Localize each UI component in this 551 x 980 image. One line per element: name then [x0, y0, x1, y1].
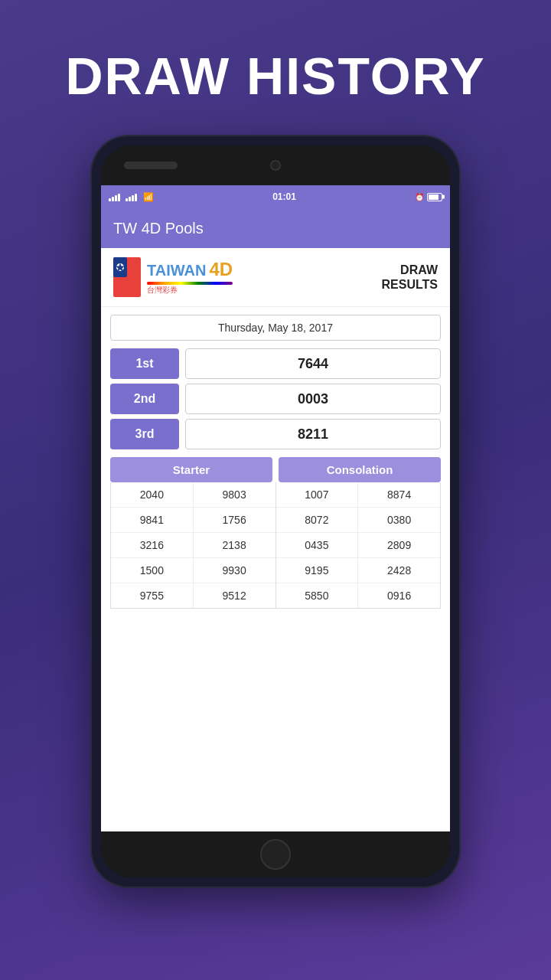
draw-results-label: DRAW RESULTS	[382, 263, 438, 292]
status-right: ⏰	[415, 193, 442, 201]
starter-cell: 9512	[194, 583, 276, 608]
speaker	[124, 162, 178, 169]
consolation-cell: 0435	[276, 533, 359, 557]
starter-cell: 3216	[111, 533, 194, 557]
signal-icon	[109, 192, 120, 201]
starter-cell: 9755	[111, 583, 194, 608]
signal-icon-2	[126, 192, 137, 201]
app-header: TW 4D Pools	[101, 208, 450, 248]
starter-cell: 9841	[111, 508, 194, 532]
taiwan-flag-icon	[113, 257, 141, 297]
logo-text-group: TAIWAN 4D 台灣彩券	[147, 259, 233, 296]
table-row: 5850 0916	[276, 583, 441, 608]
starter-cell: 1756	[194, 508, 276, 532]
starter-cell: 1500	[111, 558, 194, 583]
phone-top-bar	[101, 145, 450, 185]
starter-cell: 2138	[194, 533, 276, 557]
camera	[270, 160, 281, 171]
consolation-cell: 8874	[358, 482, 440, 507]
logo-chinese-text: 台灣彩券	[147, 285, 233, 296]
table-row: 0435 2809	[276, 533, 441, 558]
prize-section: 1st 7644 2nd 0003 3rd 8211	[101, 348, 450, 449]
consolation-cell: 0916	[358, 583, 440, 608]
prize-label-3rd: 3rd	[110, 419, 179, 449]
table-row: 3216 2138	[111, 533, 276, 558]
alarm-icon: ⏰	[415, 193, 424, 201]
sc-grid: 2040 9803 9841 1756 3216 2138 1500 9930	[110, 482, 441, 609]
prize-value-2nd: 0003	[185, 384, 441, 414]
consolation-cell: 5850	[276, 583, 359, 608]
consolation-label: Consolation	[279, 457, 441, 482]
home-button[interactable]	[260, 839, 291, 870]
consolation-cell: 2428	[358, 558, 440, 583]
draw-date: Thursday, May 18, 2017	[110, 315, 441, 341]
prize-value-3rd: 8211	[185, 419, 441, 449]
logo-area: TAIWAN 4D 台灣彩券 DRAW RESULTS	[101, 248, 450, 307]
wifi-icon: 📶	[143, 192, 154, 202]
starter-cell: 9930	[194, 558, 276, 583]
consolation-cell: 0380	[358, 508, 440, 532]
table-row: 1007 8874	[276, 482, 441, 508]
starter-cell: 9803	[194, 482, 276, 507]
status-bar: 📶 01:01 ⏰	[101, 185, 450, 208]
phone-frame: 📶 01:01 ⏰ TW 4D Pools	[92, 136, 459, 887]
table-row: 9841 1756	[111, 508, 276, 533]
table-row: 2040 9803	[111, 482, 276, 508]
prize-row-1st: 1st 7644	[110, 348, 441, 379]
battery-icon	[427, 193, 442, 201]
app-header-title: TW 4D Pools	[113, 220, 204, 237]
page-title: DRAW HISTORY	[65, 46, 485, 106]
consolation-cell: 2809	[358, 533, 440, 557]
table-row: 9195 2428	[276, 558, 441, 583]
prize-label-1st: 1st	[110, 348, 179, 379]
prize-row-3rd: 3rd 8211	[110, 419, 441, 449]
table-row: 8072 0380	[276, 508, 441, 533]
logo-taiwan-text: TAIWAN	[147, 262, 206, 279]
consolation-col: 1007 8874 8072 0380 0435 2809 9195 2428	[276, 482, 441, 608]
status-time: 01:01	[272, 191, 296, 202]
app-content: TAIWAN 4D 台灣彩券 DRAW RESULTS Thursday, Ma…	[101, 248, 450, 831]
starter-label: Starter	[110, 457, 272, 482]
consolation-cell: 9195	[276, 558, 359, 583]
status-left: 📶	[109, 192, 154, 202]
starter-col: 2040 9803 9841 1756 3216 2138 1500 9930	[111, 482, 276, 608]
logo-left: TAIWAN 4D 台灣彩券	[113, 257, 233, 297]
prize-value-1st: 7644	[185, 348, 441, 379]
prize-row-2nd: 2nd 0003	[110, 384, 441, 414]
prize-label-2nd: 2nd	[110, 384, 179, 414]
consolation-cell: 1007	[276, 482, 359, 507]
table-row: 9755 9512	[111, 583, 276, 608]
table-row: 1500 9930	[111, 558, 276, 583]
logo-4d-text: 4D	[209, 259, 233, 280]
sc-header: Starter Consolation	[110, 457, 441, 482]
phone-bottom	[101, 831, 450, 877]
consolation-cell: 8072	[276, 508, 359, 532]
starter-cell: 2040	[111, 482, 194, 507]
